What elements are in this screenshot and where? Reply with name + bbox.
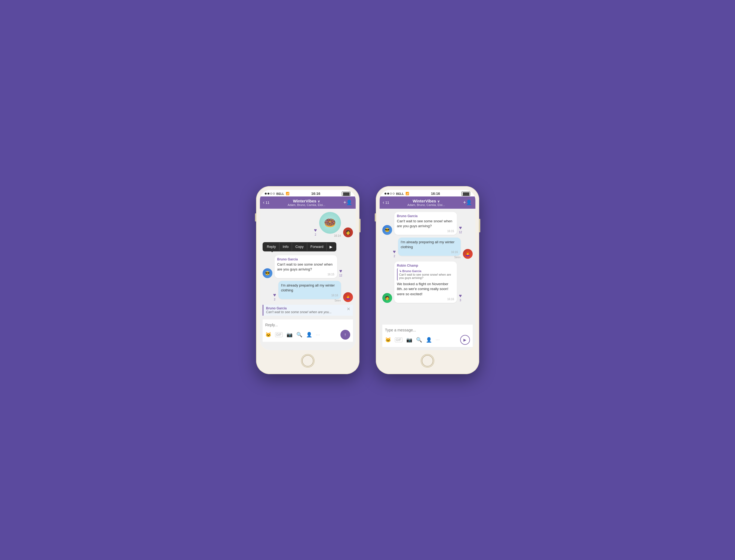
heart-count-sticker-1: 2 bbox=[315, 233, 316, 236]
person-tool-2[interactable]: 👤 bbox=[426, 337, 432, 343]
text-bruno-1: Can't wait to see some snow! when are yo… bbox=[277, 262, 334, 272]
reply-close-1[interactable]: ✕ bbox=[347, 306, 350, 312]
status-bar-1: BELL 📶 16:16 ▓▓▓ bbox=[260, 190, 356, 196]
home-button-1[interactable] bbox=[301, 354, 315, 368]
avatar-self-1: 👩‍🦰 bbox=[343, 292, 353, 302]
chat-area-2: 😎 Bruno Garcia Can't wait to see some sn… bbox=[380, 209, 475, 350]
sender-bruno-1: Bruno Garcia bbox=[277, 257, 334, 261]
time-bruno-1: 16:15 bbox=[277, 273, 334, 276]
phone-2: BELL 📶 16:16 ▓▓▓ ‹ 11 WinterVibes ∨ bbox=[376, 186, 479, 374]
camera-tool-1[interactable]: 📷 bbox=[287, 332, 293, 338]
avatar-p2-self: 👩‍🦰 bbox=[463, 249, 473, 259]
chat-area-1: ♥ 2 🍩 16:14 👩 Reply bbox=[260, 209, 356, 350]
title-chevron-2: ∨ bbox=[437, 199, 440, 203]
message-row-p2-robin: 🧑 Robin Champ ↳ Bruno Garcia Can't wait … bbox=[382, 261, 473, 303]
forward-btn[interactable]: Forward bbox=[307, 243, 327, 251]
sticker-heart-1: ♥ 2 bbox=[314, 227, 317, 236]
heart-self-1: ♥ 2 bbox=[273, 292, 276, 301]
bubble-p2-self[interactable]: I'm already preparing all my winter clot… bbox=[398, 238, 461, 256]
add-person-icon-1: +👤 bbox=[343, 199, 352, 205]
info-btn[interactable]: Info bbox=[279, 243, 292, 251]
header-back-1[interactable]: ‹ 11 bbox=[263, 200, 270, 205]
more-tool-2[interactable]: ··· bbox=[436, 337, 440, 343]
copy-btn[interactable]: Copy bbox=[292, 243, 307, 251]
person-tool-1[interactable]: 👤 bbox=[306, 332, 312, 338]
home-button-inner-1 bbox=[302, 355, 313, 367]
wifi-icon-1: 📶 bbox=[286, 192, 290, 195]
search-tool-1[interactable]: 🔍 bbox=[296, 332, 302, 338]
message-input-1[interactable] bbox=[265, 322, 350, 328]
seen-label-2: Seen bbox=[398, 256, 461, 259]
sticker-time-1: 16:14 bbox=[334, 234, 341, 237]
gif-tool-1[interactable]: GIF bbox=[275, 332, 283, 337]
add-person-icon-2: +👤 bbox=[463, 199, 472, 205]
camera-tool-2[interactable]: 📷 bbox=[406, 337, 412, 343]
header-center-2: WinterVibes ∨ Adam, Bruno, Camiia, Eloi.… bbox=[407, 199, 445, 207]
phone-1-screen: BELL 📶 16:16 ▓▓▓ ‹ 11 WinterVibes ∨ bbox=[260, 190, 356, 350]
app-header-1: ‹ 11 WinterVibes ∨ Adam, Bruno, Camiia, … bbox=[260, 196, 356, 209]
home-button-2[interactable] bbox=[421, 354, 434, 368]
header-back-2[interactable]: ‹ 11 bbox=[383, 200, 389, 205]
sticker-sender-avatar-1: 👩 bbox=[343, 227, 353, 237]
status-bar-2: BELL 📶 16:16 ▓▓▓ bbox=[380, 190, 475, 196]
gif-tool-2[interactable]: GIF bbox=[395, 337, 402, 342]
sticker-image-1: 🍩 bbox=[319, 212, 341, 234]
reply-btn[interactable]: Reply bbox=[264, 243, 279, 251]
chat-title-2: WinterVibes ∨ bbox=[407, 199, 445, 203]
seen-label-1: Seen bbox=[278, 299, 341, 302]
heart-count-self-1: 2 bbox=[274, 298, 275, 301]
carrier-info-1: BELL 📶 bbox=[265, 192, 290, 195]
title-chevron-1: ∨ bbox=[318, 199, 320, 203]
wifi-icon-2: 📶 bbox=[405, 192, 409, 195]
heart-count-p2-self: 2 bbox=[393, 255, 395, 258]
phone-1: BELL 📶 16:16 ▓▓▓ ‹ 11 WinterVibes ∨ bbox=[256, 186, 359, 374]
home-area-2 bbox=[380, 350, 475, 370]
heart-icon-self-1: ♥ bbox=[273, 292, 276, 298]
emoji-tool-2[interactable]: 🐱 bbox=[385, 337, 391, 343]
input-tools-1: 🐱 GIF 📷 🔍 👤 ··· ↑ bbox=[265, 330, 350, 340]
heart-icon-p2-robin: ♥ bbox=[459, 293, 462, 299]
message-input-2[interactable] bbox=[385, 327, 470, 333]
home-area-1 bbox=[260, 350, 356, 370]
page-wrapper: BELL 📶 16:16 ▓▓▓ ‹ 11 WinterVibes ∨ bbox=[256, 186, 479, 374]
heart-p2-robin: ♥ 3 bbox=[459, 293, 462, 302]
signal-dots-1 bbox=[265, 193, 275, 195]
quoted-sender-robin: ↳ Bruno Garcia bbox=[399, 269, 453, 273]
message-row-self-1: 👩‍🦰 I'm already preparing all my winter … bbox=[263, 281, 353, 302]
search-tool-2[interactable]: 🔍 bbox=[416, 337, 422, 343]
app-header-2: ‹ 11 WinterVibes ∨ Adam, Bruno, Camiia, … bbox=[380, 196, 475, 209]
avatar-p2-robin: 🧑 bbox=[382, 293, 392, 303]
send-button-1[interactable]: ↑ bbox=[340, 330, 350, 340]
carrier-info-2: BELL 📶 bbox=[385, 192, 410, 195]
header-add-2[interactable]: +👤 bbox=[463, 199, 472, 205]
avatar-bruno-1: 😎 bbox=[263, 268, 272, 278]
bubble-p2-robin[interactable]: Robin Champ ↳ Bruno Garcia Can't wait to… bbox=[394, 261, 457, 303]
more-tool-1[interactable]: ··· bbox=[316, 332, 320, 338]
header-add-1[interactable]: +👤 bbox=[343, 199, 352, 205]
bubble-self-1[interactable]: I'm already preparing all my winter clot… bbox=[278, 281, 341, 299]
text-p2-robin: We booked a flight on November 8th..so w… bbox=[397, 282, 454, 297]
heart-icon-p2-bruno: ♥ bbox=[459, 225, 462, 231]
emoji-tool-1[interactable]: 🐱 bbox=[265, 332, 271, 338]
bubble-p2-bruno[interactable]: Bruno Garcia Can't wait to see some snow… bbox=[394, 212, 457, 235]
time-2: 16:16 bbox=[431, 192, 440, 196]
time-p2-bruno: 16:15 bbox=[397, 230, 454, 233]
sticker-row-1: ♥ 2 🍩 16:14 👩 bbox=[263, 212, 353, 237]
time-p2-self: 16:16 bbox=[401, 251, 458, 254]
heart-count-1: 12 bbox=[339, 274, 342, 277]
bubble-bruno-1[interactable]: Bruno Garcia Can't wait to see some snow… bbox=[275, 255, 337, 278]
heart-icon-p2-self: ♥ bbox=[393, 249, 396, 255]
heart-bruno-1: ♥ 12 bbox=[339, 268, 342, 277]
message-row-p2-self: 👩‍🦰 I'm already preparing all my winter … bbox=[382, 238, 473, 259]
tool-icons-2: 🐱 GIF 📷 🔍 👤 ··· bbox=[385, 337, 440, 343]
battery-icon-1: ▓▓▓ bbox=[342, 192, 350, 196]
sender-p2-robin: Robin Champ bbox=[397, 264, 454, 267]
input-tools-2: 🐱 GIF 📷 🔍 👤 ··· ▶ bbox=[385, 335, 470, 345]
header-center-1: WinterVibes ∨ Adam, Bruno, Camiia, Eloi.… bbox=[288, 199, 325, 207]
input-area-2: 🐱 GIF 📷 🔍 👤 ··· ▶ bbox=[382, 325, 473, 347]
reply-sender-1: Bruno Garcia bbox=[266, 306, 332, 310]
more-arrow-1[interactable]: ▶ bbox=[327, 243, 335, 251]
phone-2-screen: BELL 📶 16:16 ▓▓▓ ‹ 11 WinterVibes ∨ bbox=[380, 190, 475, 350]
text-p2-self: I'm already preparing all my winter clot… bbox=[401, 240, 458, 250]
send-button-2[interactable]: ▶ bbox=[460, 335, 470, 345]
